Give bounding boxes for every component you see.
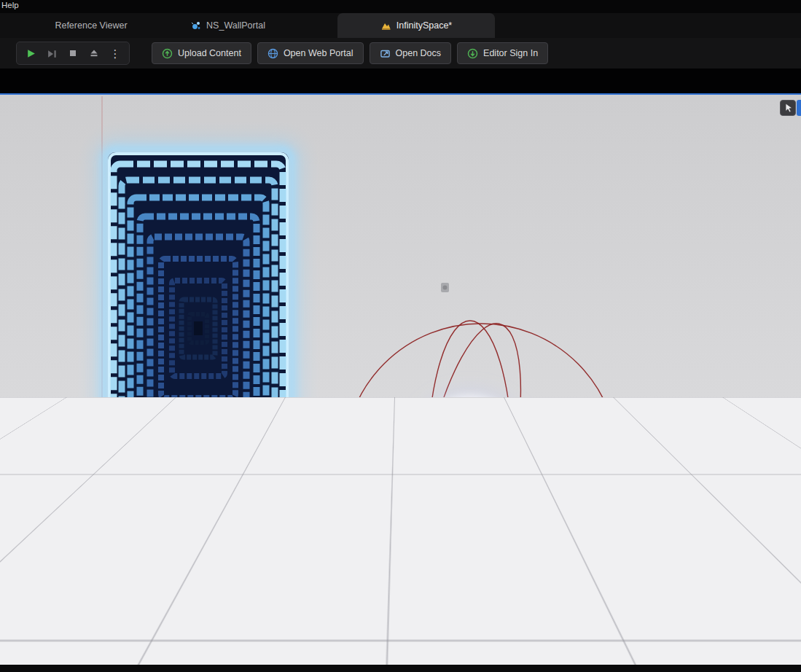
step-forward-icon xyxy=(47,48,58,59)
kebab-menu-icon: ⋮ xyxy=(110,48,121,59)
viewport-3d[interactable] xyxy=(0,93,801,665)
tab-ns-wallportal[interactable]: NS_WallPortal xyxy=(160,13,295,38)
tab-infinityspace[interactable]: InfinitySpace* xyxy=(337,13,495,38)
open-docs-button[interactable]: Open Docs xyxy=(370,42,452,64)
menu-bar: Help xyxy=(0,0,801,13)
tab-bar: Reference Viewer NS_WallPortal Infinit xyxy=(0,13,801,38)
tab-reference-viewer[interactable]: Reference Viewer xyxy=(22,13,160,38)
stop-icon xyxy=(68,48,78,58)
viewport-floor xyxy=(0,397,801,665)
button-label: Editor Sign In xyxy=(483,48,538,58)
viewport-sky xyxy=(0,95,801,398)
clipped-toolbar-button[interactable] xyxy=(797,100,801,116)
menu-help[interactable]: Help xyxy=(1,1,19,9)
cursor-icon xyxy=(784,103,793,113)
globe-icon xyxy=(267,48,278,59)
button-label: Upload Content xyxy=(178,48,241,58)
step-forward-button[interactable] xyxy=(45,47,58,60)
open-web-portal-button[interactable]: Open Web Portal xyxy=(257,42,364,64)
stop-button[interactable] xyxy=(66,47,79,60)
floor-horizon-fade xyxy=(0,397,801,499)
upload-circle-icon xyxy=(162,48,173,59)
play-icon xyxy=(26,48,36,59)
panel-divider-strip xyxy=(0,69,801,93)
eject-button[interactable] xyxy=(87,47,101,60)
upload-content-button[interactable]: Upload Content xyxy=(152,42,251,64)
unreal-editor-window: Help Reference Viewer NS_WallPortal xyxy=(0,0,801,672)
play-button[interactable] xyxy=(24,47,37,60)
open-external-icon xyxy=(380,48,391,59)
transport-controls: ⋮ xyxy=(16,42,130,65)
editor-sign-in-button[interactable]: Editor Sign In xyxy=(457,42,548,64)
niagara-particles-icon xyxy=(190,20,201,31)
main-toolbar: ⋮ Upload Content Open Web Portal Open xyxy=(0,38,801,69)
transport-more-button[interactable]: ⋮ xyxy=(109,47,122,60)
tab-label: Reference Viewer xyxy=(55,20,127,31)
select-cursor-button[interactable] xyxy=(780,100,796,116)
level-warning-icon xyxy=(380,20,391,31)
sign-in-circle-icon xyxy=(467,48,478,59)
button-label: Open Docs xyxy=(396,48,442,58)
bottom-panel-strip xyxy=(0,665,801,672)
button-label: Open Web Portal xyxy=(284,48,353,58)
tab-label: InfinitySpace* xyxy=(396,20,452,31)
tab-label: NS_WallPortal xyxy=(206,20,265,31)
eject-icon xyxy=(89,48,99,58)
